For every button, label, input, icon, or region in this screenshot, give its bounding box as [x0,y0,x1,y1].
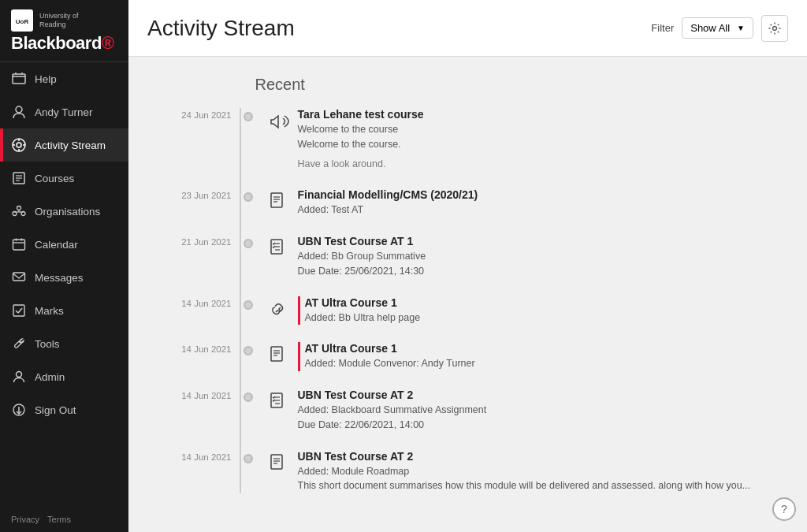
detail-line: Added: Bb Ultra help page [305,311,775,326]
course-name: Tara Lehane test course [298,108,775,121]
sidebar: UoR University ofReading Blackboard® Hel… [0,0,128,532]
timeline-date: 14 Jun 2021 [161,342,232,354]
item-icon-wrap [265,296,292,323]
svg-rect-25 [13,240,25,250]
detail-line: Added: Test AT [298,203,775,218]
svg-rect-36 [271,193,282,207]
checklist-icon [267,237,289,259]
header-controls: Filter Show All ▼ [651,15,788,42]
header: Activity Stream Filter Show All ▼ [128,0,807,57]
chevron-down-icon: ▼ [737,24,745,32]
detail-line: Have a look around. [298,157,775,172]
sidebar-item-courses[interactable]: Courses [0,162,128,195]
marks-icon [11,303,27,318]
sidebar-item-activity[interactable]: Activity Stream [0,128,128,162]
timeline-item: 14 Jun 2021 AT Ultra Course 1 Added: Bb … [161,296,775,326]
timeline-date: 14 Jun 2021 [161,296,232,308]
privacy-link[interactable]: Privacy [11,515,39,524]
detail-line: This short document summarises how this … [298,478,775,493]
timeline-item: 14 Jun 2021 [161,389,775,433]
item-icon-wrap [265,108,292,135]
svg-point-6 [16,106,22,113]
user-icon [11,104,27,120]
svg-rect-52 [271,455,282,469]
svg-point-17 [17,206,21,210]
timeline-body: AT Ultra Course 1 Added: Bb Ultra help p… [298,296,775,326]
sidebar-item-organisations-label: Organisations [35,206,100,218]
timeline-item: 23 Jun 2021 Financial M [161,188,775,218]
filter-label: Filter [651,22,674,34]
item-icon-wrap [265,342,292,369]
sidebar-item-marks[interactable]: Marks [0,294,128,327]
calendar-icon [11,236,27,252]
sidebar-logo: UoR University ofReading Blackboard® [0,0,128,62]
sidebar-item-organisations[interactable]: Organisations [0,195,128,228]
document-icon [267,344,289,366]
course-name: UBN Test Course AT 2 [298,389,775,401]
timeline-body: Financial Modelling/CMS (2020/21) Added:… [298,188,775,218]
activity-stream-content: Recent 24 Jun 2021 [128,57,807,532]
sidebar-item-signout[interactable]: Sign Out [0,393,128,426]
sidebar-item-help-label: Help [35,73,57,85]
detail-line: Added: Bb Group Summative [298,249,775,264]
help-circle-icon: ? [781,503,787,515]
sidebar-item-calendar-label: Calendar [35,239,78,251]
filter-value: Show All [690,22,730,34]
detail-line: Added: Module Convenor: Andy Turner [305,356,775,371]
terms-link[interactable]: Terms [47,515,71,524]
settings-button[interactable] [761,15,788,42]
timeline-body: UBN Test Course AT 1 Added: Bb Group Sum… [298,235,775,279]
sidebar-item-user-label: Andy Turner [35,106,93,118]
timeline-item: 24 Jun 2021 Tara Lehane test course [161,108,775,171]
course-name: UBN Test Course AT 1 [298,235,775,247]
sidebar-item-marks-label: Marks [35,305,64,317]
filter-dropdown[interactable]: Show All ▼ [682,17,753,39]
sidebar-item-user[interactable]: Andy Turner [0,95,128,128]
course-name: Financial Modelling/CMS (2020/21) [298,188,775,201]
activity-timeline: 24 Jun 2021 Tara Lehane test course [161,108,775,493]
sidebar-item-courses-label: Courses [35,173,74,184]
timeline-date: 23 Jun 2021 [161,188,232,200]
detail-line: Due Date: 22/06/2021, 14:00 [298,418,775,433]
sidebar-item-messages-label: Messages [35,272,84,284]
sidebar-item-messages[interactable]: Messages [0,261,128,294]
svg-line-32 [18,308,22,313]
svg-rect-29 [13,273,25,281]
sidebar-footer: Privacy Terms [0,507,128,532]
svg-rect-30 [13,305,24,316]
timeline-item: 21 Jun 2021 [161,235,775,279]
help-button[interactable]: ? [772,497,796,521]
detail-line: Added: Module Roadmap [298,464,775,479]
course-name: AT Ultra Course 1 [305,342,775,355]
gear-icon [768,21,782,35]
organisations-icon [11,203,27,219]
sidebar-item-calendar[interactable]: Calendar [0,228,128,261]
item-icon-wrap [265,188,292,215]
item-icon-wrap [265,450,292,477]
sidebar-item-tools[interactable]: Tools [0,327,128,360]
svg-rect-44 [271,347,282,361]
main-content: Activity Stream Filter Show All ▼ Recent [128,0,807,532]
messages-icon [11,270,27,285]
sidebar-item-signout-label: Sign Out [35,404,76,416]
timeline-date: 21 Jun 2021 [161,235,232,247]
sidebar-item-admin[interactable]: Admin [0,360,128,393]
svg-point-35 [773,26,777,30]
help-icon [11,71,27,87]
link-icon [267,299,289,321]
detail-line: Added: Blackboard Summative Assignment [298,403,775,418]
admin-icon [11,369,27,385]
item-icon-wrap [265,235,292,262]
courses-icon [11,170,27,186]
checklist-icon [267,391,289,413]
timeline-body: Tara Lehane test course Welcome to the c… [298,108,775,171]
university-logo-icon: UoR [11,9,33,32]
timeline-body: AT Ultra Course 1 Added: Module Convenor… [298,342,775,371]
svg-text:UoR: UoR [16,18,29,25]
sidebar-item-admin-label: Admin [35,371,65,383]
timeline-date: 24 Jun 2021 [161,108,232,120]
page-title: Activity Stream [147,16,295,41]
sidebar-item-help[interactable]: Help [0,62,128,95]
detail-line: Due Date: 25/06/2021, 14:30 [298,264,775,279]
course-name: UBN Test Course AT 2 [298,450,775,463]
